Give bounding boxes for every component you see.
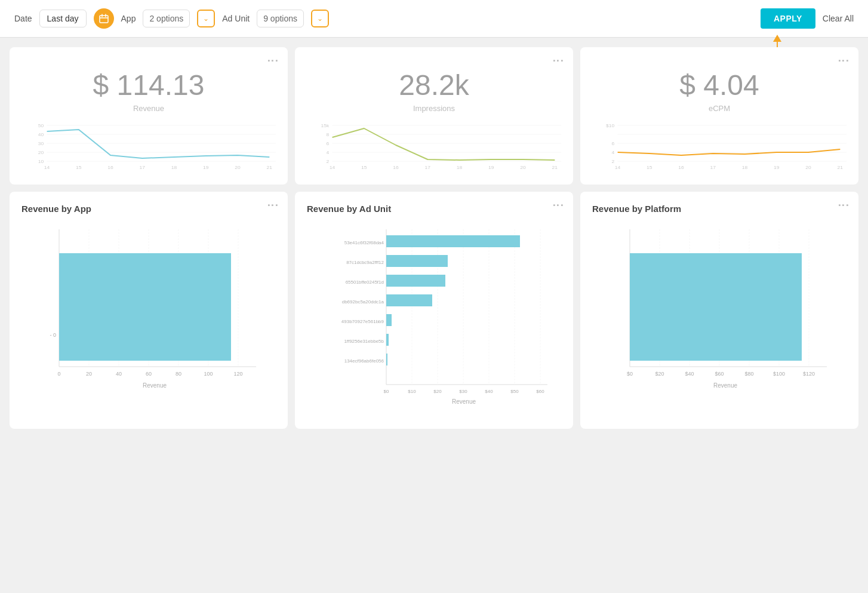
revenue-by-app-card: Revenue by App ⋮ 0 20 40 60 80 100 120: [10, 192, 288, 429]
ecpm-value: $ 4.04: [592, 69, 847, 102]
svg-text:19: 19: [488, 165, 494, 170]
svg-text:20: 20: [805, 165, 811, 170]
impressions-value: 28.2k: [307, 69, 561, 102]
svg-text:17: 17: [710, 165, 716, 170]
svg-text:6: 6: [612, 141, 615, 146]
svg-text:15: 15: [361, 165, 367, 170]
svg-text:$100: $100: [773, 371, 785, 377]
svg-text:1ff9256e31ebbe5b: 1ff9256e31ebbe5b: [344, 339, 384, 344]
svg-text:120: 120: [233, 371, 242, 377]
svg-text:60: 60: [146, 371, 152, 377]
charts-row: Revenue by App ⋮ 0 20 40 60 80 100 120: [10, 192, 858, 429]
clear-all-button[interactable]: Clear All: [823, 14, 854, 23]
svg-text:134ecf96ab6fe056: 134ecf96ab6fe056: [344, 358, 384, 364]
adunit-label: Ad Unit: [222, 14, 250, 23]
svg-text:Revenue: Revenue: [452, 398, 476, 405]
svg-text:493b70927e561bb9: 493b70927e561bb9: [341, 319, 384, 324]
svg-text:$40: $40: [685, 371, 694, 377]
svg-text:2: 2: [612, 159, 615, 164]
svg-rect-95: [386, 255, 448, 267]
revenue-by-adunit-chart: $0 $10 $20 $30 $40 $50 $60 53e41c6f32f68…: [307, 223, 561, 414]
calendar-icon-btn[interactable]: [94, 8, 114, 29]
svg-text:19: 19: [774, 165, 780, 170]
revenue-mini-chart: 50 40 30 20 10 14 15 16 17 18 19 20 21: [21, 122, 276, 170]
svg-text:$50: $50: [510, 389, 519, 394]
svg-text:18: 18: [457, 165, 463, 170]
chevron-down-icon-2: ⌄: [317, 14, 323, 23]
svg-text:53e41c6f32f68da4: 53e41c6f32f68da4: [344, 240, 384, 245]
svg-text:17: 17: [425, 165, 431, 170]
apply-button[interactable]: APPLY: [761, 8, 815, 29]
svg-text:db692bc5a20ddc1a: db692bc5a20ddc1a: [342, 299, 384, 305]
revenue-by-platform-chart: $0 $20 $40 $60 $80 $100 $120 Revenue: [592, 223, 847, 402]
svg-text:20: 20: [86, 371, 92, 377]
stats-row: ⋮ $ 114.13 Revenue 50 40 30: [10, 47, 858, 185]
svg-text:21: 21: [552, 165, 558, 170]
svg-text:80: 80: [176, 371, 181, 377]
svg-rect-93: [386, 235, 520, 247]
svg-text:16: 16: [393, 165, 399, 170]
adunit-options-text: 9 options: [263, 14, 297, 23]
svg-text:4: 4: [612, 150, 615, 155]
svg-text:40: 40: [116, 371, 122, 377]
app-dropdown-chevron[interactable]: ⌄: [197, 10, 215, 27]
svg-text:$10: $10: [408, 389, 416, 394]
svg-text:$0: $0: [627, 371, 633, 377]
svg-text:16: 16: [107, 165, 113, 170]
svg-rect-99: [386, 294, 432, 306]
ecpm-card-menu[interactable]: ⋮: [837, 56, 850, 67]
revenue-by-platform-title: Revenue by Platform: [592, 204, 847, 214]
svg-text:30: 30: [38, 141, 44, 146]
svg-text:8: 8: [327, 132, 330, 137]
calendar-icon: [99, 14, 109, 23]
impressions-label: Impressions: [307, 104, 561, 113]
revenue-by-adunit-menu[interactable]: ⋮: [552, 200, 565, 212]
svg-text:$60: $60: [715, 371, 724, 377]
revenue-card-menu[interactable]: ⋮: [266, 56, 279, 67]
date-input: Last day: [39, 10, 87, 27]
svg-text:15: 15: [76, 165, 82, 170]
chevron-down-icon: ⌄: [203, 14, 209, 23]
svg-text:$0: $0: [384, 389, 389, 394]
svg-text:4: 4: [327, 150, 330, 155]
svg-text:$60: $60: [536, 389, 544, 394]
svg-text:$10: $10: [606, 123, 615, 128]
arrow-head: [773, 35, 781, 42]
svg-text:15: 15: [647, 165, 652, 170]
revenue-value: $ 114.13: [21, 69, 276, 102]
svg-text:2: 2: [327, 159, 330, 164]
impressions-mini-chart: 15k 8 6 4 2 14 15 16 17 18 19 20 21: [307, 122, 561, 170]
svg-rect-74: [59, 253, 231, 361]
app-options-text: 2 options: [149, 14, 183, 23]
svg-text:14: 14: [615, 165, 621, 170]
revenue-by-app-chart: 0 20 40 60 80 100 120 - 0: [21, 223, 276, 402]
svg-text:$80: $80: [744, 371, 753, 377]
revenue-by-platform-menu[interactable]: ⋮: [837, 200, 850, 212]
impressions-card-menu[interactable]: ⋮: [552, 56, 565, 67]
svg-text:100: 100: [204, 371, 213, 377]
main-content: ⋮ $ 114.13 Revenue 50 40 30: [0, 38, 868, 438]
svg-text:$20: $20: [433, 389, 442, 394]
svg-text:- 0: - 0: [50, 332, 56, 338]
revenue-by-adunit-card: Revenue by Ad Unit ⋮ $0 $10 $20 $30 $40: [295, 192, 573, 429]
revenue-by-app-menu[interactable]: ⋮: [266, 200, 279, 212]
svg-text:16: 16: [678, 165, 684, 170]
svg-text:21: 21: [838, 165, 844, 170]
svg-text:$20: $20: [655, 371, 664, 377]
adunit-dropdown-select: 9 options: [257, 10, 304, 27]
svg-text:20: 20: [38, 150, 44, 155]
svg-text:18: 18: [742, 165, 748, 170]
svg-text:$40: $40: [485, 389, 493, 394]
revenue-card: ⋮ $ 114.13 Revenue 50 40 30: [10, 47, 288, 185]
adunit-dropdown-chevron[interactable]: ⌄: [311, 10, 329, 27]
svg-rect-105: [386, 354, 387, 365]
svg-text:6: 6: [327, 141, 330, 146]
svg-text:40: 40: [38, 132, 44, 137]
svg-rect-0: [100, 16, 108, 23]
svg-rect-101: [386, 314, 392, 326]
revenue-label: Revenue: [21, 104, 276, 113]
date-value: Last day: [47, 14, 79, 23]
app-label: App: [121, 14, 136, 23]
svg-text:50: 50: [38, 123, 44, 128]
svg-text:65501bffe0245f1d: 65501bffe0245f1d: [346, 279, 384, 285]
